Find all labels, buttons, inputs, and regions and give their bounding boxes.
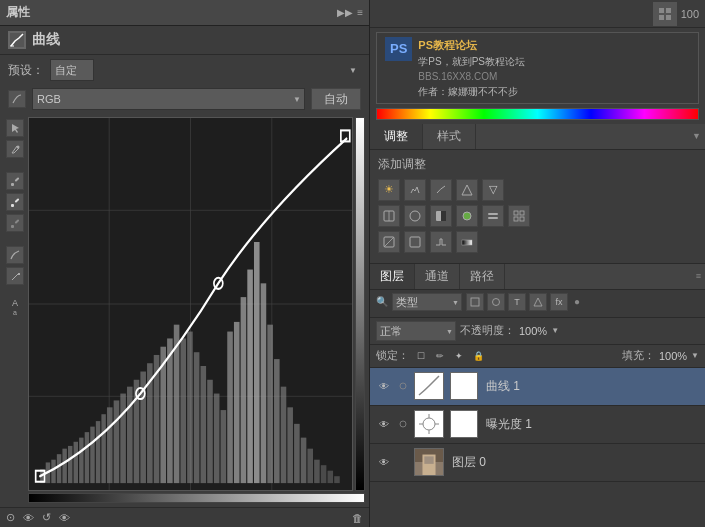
layer-name-curves1: 曲线 1 — [482, 378, 699, 395]
svg-rect-52 — [267, 325, 273, 483]
svg-rect-48 — [241, 297, 247, 483]
fill-arrow[interactable]: ▼ — [691, 351, 699, 360]
tool-eyedropper3[interactable] — [6, 214, 24, 232]
adj-hue[interactable] — [378, 205, 400, 227]
blend-mode-select[interactable]: 正常 — [376, 321, 456, 341]
filter-type-wrapper: 类型 — [392, 293, 462, 311]
adj-channel-mixer[interactable] — [482, 205, 504, 227]
bottom-zoom-icon[interactable]: ⊙ — [6, 511, 15, 524]
svg-rect-27 — [101, 414, 105, 483]
adj-gradient-map[interactable] — [456, 231, 478, 253]
right-panel: 100 PS PS教程论坛 学PS，就到PS教程论坛 BBS.16XX8.COM… — [370, 0, 705, 527]
fill-row: 填充： 100% ▼ — [622, 348, 699, 363]
curves-title: 曲线 — [32, 31, 60, 49]
curve-graph[interactable] — [28, 117, 353, 491]
fill-label: 填充： — [622, 348, 655, 363]
filter-vector[interactable] — [529, 293, 547, 311]
tab-menu-icon[interactable]: ▼ — [692, 131, 701, 141]
channel-select[interactable]: RGB 红 绿 蓝 — [32, 88, 305, 110]
adj-brightness[interactable]: ☀ — [378, 179, 400, 201]
layer-item[interactable]: 👁 曲线 1 — [370, 368, 705, 406]
svg-rect-81 — [520, 211, 524, 215]
tool-pen[interactable] — [6, 140, 24, 158]
layer-item[interactable]: 👁 曝光度 1 — [370, 406, 705, 444]
layer-thumb-curves1 — [414, 372, 444, 400]
layers-tab-end: ≡ — [505, 264, 705, 289]
lock-transparent[interactable]: ☐ — [413, 348, 429, 364]
adjust-title: 添加调整 — [378, 156, 697, 173]
adj-dropdown[interactable]: ▽ — [482, 179, 504, 201]
layer-visibility-exposure1[interactable]: 👁 — [376, 416, 392, 432]
adj-invert[interactable] — [378, 231, 400, 253]
tool-pointer[interactable] — [6, 119, 24, 137]
svg-rect-67 — [659, 8, 664, 13]
filter-fx[interactable]: fx — [550, 293, 568, 311]
tab-style[interactable]: 样式 — [423, 124, 476, 149]
filter-toggle[interactable]: ● — [574, 296, 580, 307]
svg-rect-57 — [301, 438, 307, 483]
lock-pixels[interactable]: ✏ — [432, 348, 448, 364]
layers-filter-row: 🔍 类型 T fx ● — [376, 293, 699, 311]
layer-visibility-layer0[interactable]: 👁 — [376, 454, 392, 470]
svg-rect-49 — [247, 270, 253, 484]
lock-all[interactable]: 🔒 — [470, 348, 486, 364]
bottom-delete-icon[interactable]: 🗑 — [352, 512, 363, 524]
adj-levels[interactable] — [404, 179, 426, 201]
filter-pixel[interactable] — [466, 293, 484, 311]
opacity-label: 不透明度： — [460, 323, 515, 338]
layer-mask-curves1 — [450, 372, 478, 400]
layer-thumb-layer0 — [414, 448, 444, 476]
adj-bw[interactable] — [430, 205, 452, 227]
bottom-undo-icon[interactable]: ↺ — [42, 511, 51, 524]
adj-grid[interactable] — [508, 205, 530, 227]
tool-pencil[interactable] — [6, 267, 24, 285]
tab-adjust[interactable]: 调整 — [370, 124, 423, 149]
lock-position[interactable]: ✦ — [451, 348, 467, 364]
adj-threshold[interactable] — [430, 231, 452, 253]
svg-rect-18 — [51, 460, 55, 483]
filter-text[interactable]: T — [508, 293, 526, 311]
svg-rect-76 — [441, 211, 446, 221]
tool-eyedropper[interactable] — [6, 172, 24, 190]
adj-exposure[interactable] — [456, 179, 478, 201]
filter-type-select[interactable]: 类型 — [392, 293, 462, 311]
channel-row: RGB 红 绿 蓝 自动 — [0, 85, 369, 113]
svg-rect-59 — [314, 460, 320, 483]
tool-curve[interactable] — [6, 246, 24, 264]
layer-item[interactable]: 👁 图层 0 — [370, 444, 705, 482]
layer-link-exposure1 — [396, 417, 410, 431]
adj-balance[interactable] — [404, 205, 426, 227]
workspace-icon[interactable] — [653, 2, 677, 26]
tab-paths[interactable]: 路径 — [460, 264, 505, 289]
svg-point-74 — [410, 211, 420, 221]
layer-thumb-exposure1 — [414, 410, 444, 438]
fill-value[interactable]: 100% — [659, 350, 687, 362]
adj-curves[interactable] — [430, 179, 452, 201]
channel-icon — [8, 90, 26, 108]
opacity-arrow[interactable]: ▼ — [551, 326, 559, 335]
preset-row: 预设： 自定 — [0, 55, 369, 85]
bottom-eye2-icon[interactable]: 👁 — [59, 512, 70, 524]
layers-menu-icon[interactable]: ≡ — [696, 271, 701, 281]
adjust-icons-row3 — [378, 231, 697, 253]
adj-posterize[interactable] — [404, 231, 426, 253]
adj-photo[interactable] — [456, 205, 478, 227]
tool-eyedropper2[interactable] — [6, 193, 24, 211]
tool-text[interactable]: Aa — [12, 299, 18, 317]
preset-select[interactable]: 自定 — [50, 59, 94, 81]
adjust-tabs: 调整 样式 ▼ — [370, 124, 705, 150]
bottom-eye-icon[interactable]: 👁 — [23, 512, 34, 524]
layers-tabs: 图层 通道 路径 ≡ — [370, 264, 705, 290]
filter-circle[interactable] — [487, 293, 505, 311]
auto-button[interactable]: 自动 — [311, 88, 361, 110]
svg-rect-47 — [234, 322, 240, 483]
opacity-value[interactable]: 100% — [519, 325, 547, 337]
layer-visibility-curves1[interactable]: 👁 — [376, 378, 392, 394]
expand-icon[interactable]: ▶▶ — [337, 7, 353, 18]
svg-rect-29 — [114, 400, 120, 483]
tab-layers[interactable]: 图层 — [370, 264, 415, 289]
tab-channels[interactable]: 通道 — [415, 264, 460, 289]
menu-icon[interactable]: ≡ — [357, 7, 363, 18]
curves-area: Aa — [0, 113, 369, 507]
svg-rect-80 — [514, 211, 518, 215]
